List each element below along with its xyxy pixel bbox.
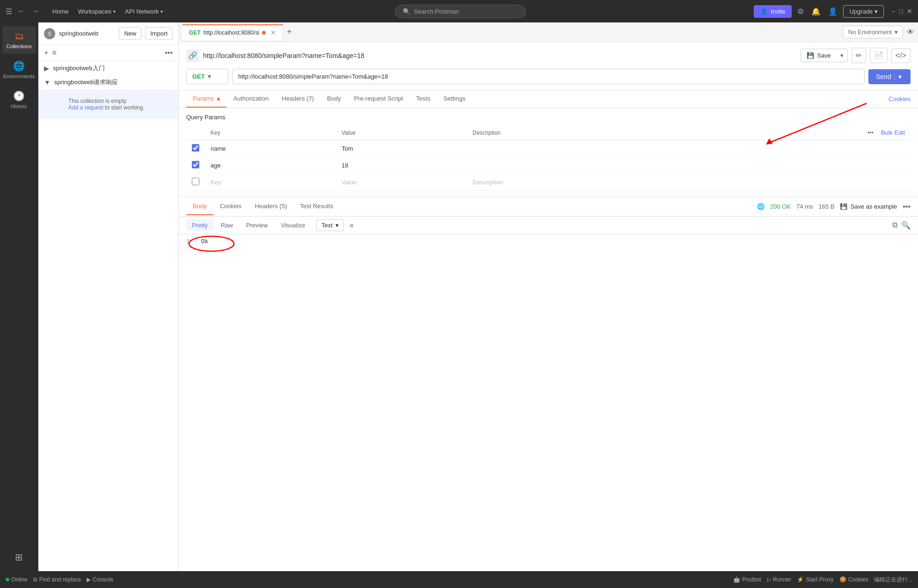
tab-body[interactable]: Body [321, 90, 348, 108]
sidebar-item-environments[interactable]: 🌐 Environments [2, 56, 36, 84]
param-desc-age[interactable] [467, 157, 911, 174]
tab-settings[interactable]: Settings [437, 90, 472, 108]
import-button[interactable]: Import [145, 27, 173, 40]
search-icon[interactable]: 🔍 [901, 221, 911, 230]
param-checkbox-empty[interactable] [192, 178, 199, 185]
copy-icon[interactable]: ⧉ [892, 221, 897, 230]
word-wrap-icon[interactable]: ≡ [350, 222, 353, 229]
more-icon[interactable]: ••• [165, 49, 173, 57]
fmt-tab-pretty[interactable]: Pretty [186, 219, 213, 231]
minimize-button[interactable]: − [891, 7, 895, 15]
save-button-container: 💾 Save ▾ [801, 49, 848, 62]
active-tab[interactable]: GET http://localhost:8080/si ✕ [182, 24, 283, 40]
params-table: Key Value Description ••• Bulk Edit [186, 125, 911, 191]
param-desc-empty[interactable]: Description [467, 174, 911, 191]
settings-icon[interactable]: ⚙ [795, 5, 806, 18]
param-checkbox-age[interactable] [192, 161, 199, 168]
bottom-find-replace[interactable]: ⧉ Find and replace [33, 576, 81, 583]
avatar-icon[interactable]: 👤 [826, 5, 839, 18]
fmt-tab-visualize[interactable]: Visualize [275, 219, 311, 231]
resp-more-icon[interactable]: ••• [903, 203, 911, 211]
filter-icon[interactable]: ≡ [52, 49, 56, 57]
new-button[interactable]: New [119, 27, 141, 40]
empty-collection-text: This collection is empty Add a request t… [53, 92, 160, 116]
bottom-console[interactable]: ▶ Console [87, 576, 113, 583]
save-dropdown-button[interactable]: ▾ [837, 49, 847, 62]
bottom-cookies[interactable]: 🍪 Cookies [839, 576, 868, 583]
invite-button[interactable]: 👤 Invite [754, 5, 792, 18]
menu-workspaces[interactable]: Workspaces ▾ [74, 6, 119, 17]
tab-tests[interactable]: Tests [409, 90, 437, 108]
resp-tab-headers[interactable]: Headers (5) [248, 198, 294, 215]
collection-item-2[interactable]: ▼ springbootweb请求响应 [38, 75, 178, 89]
tab-params[interactable]: Params [186, 90, 226, 108]
param-checkbox-name[interactable] [192, 144, 199, 152]
environment-selector[interactable]: No Environment ▾ [843, 26, 903, 38]
col-desc: Description ••• Bulk Edit [467, 125, 911, 140]
collection-item-1[interactable]: ▶ springbootweb入门 [38, 61, 178, 75]
bottom-postbot[interactable]: 🤖 Postbot [733, 576, 761, 583]
menu-home[interactable]: Home [49, 6, 73, 17]
fmt-tab-preview[interactable]: Preview [240, 219, 273, 231]
forward-button[interactable]: → [30, 5, 41, 17]
bottom-runner[interactable]: ▷ Runner [767, 576, 791, 583]
tab-pre-request[interactable]: Pre-request Script [348, 90, 410, 108]
maximize-button[interactable]: □ [899, 7, 903, 15]
docs-icon-button[interactable]: 📄 [870, 48, 888, 63]
code-icon-button[interactable]: </> [891, 48, 911, 63]
save-example-button[interactable]: 💾 Save as example [840, 203, 897, 210]
send-button[interactable]: Send ▾ [868, 69, 911, 84]
add-request-link[interactable]: Add a request [68, 104, 103, 111]
method-select[interactable]: GET ▾ [186, 69, 228, 84]
online-dot [6, 578, 9, 581]
tab-authorization[interactable]: Authorization [226, 90, 275, 108]
search-icon: 🔍 [403, 8, 410, 15]
resp-tab-body[interactable]: Body [186, 198, 213, 215]
request-title-bar: 🔗 http://localhost:8080/simpleParam?name… [186, 48, 911, 63]
no-environment-label: No Environment [848, 29, 892, 36]
tab-close-button[interactable]: ✕ [270, 29, 276, 36]
resp-tab-test-results[interactable]: Test Results [293, 198, 340, 215]
sidebar-item-apis[interactable]: ⊞ [2, 547, 36, 567]
environment-icon[interactable]: 👁 [907, 28, 914, 36]
text-type-selector[interactable]: Text ▾ [316, 219, 344, 231]
add-icon[interactable]: + [44, 49, 48, 57]
param-desc-name[interactable] [467, 140, 911, 157]
send-dropdown-arrow: ▾ [894, 73, 902, 80]
cookies-link[interactable]: Cookies [889, 91, 911, 107]
param-key-age[interactable]: age [205, 157, 336, 174]
sidebar-item-history[interactable]: 🕐 History [2, 86, 36, 114]
param-value-age[interactable]: 18 [336, 157, 467, 174]
sidebar-toggle[interactable]: ☰ [6, 7, 12, 16]
param-key-name[interactable]: name [205, 140, 336, 157]
url-input[interactable] [232, 69, 865, 84]
proxy-icon: ⚡ [797, 576, 804, 583]
param-key-empty[interactable]: Key [205, 174, 336, 191]
upgrade-button[interactable]: Upgrade ▾ [843, 5, 884, 18]
add-tab-button[interactable]: + [283, 25, 296, 39]
sidebar-bottom: ⊞ [2, 547, 36, 567]
save-button[interactable]: 💾 Save [801, 49, 837, 62]
more-params-icon[interactable]: ••• [867, 130, 874, 136]
param-value-empty[interactable]: Value [336, 174, 467, 191]
param-value-name[interactable]: Tom [336, 140, 467, 157]
find-replace-icon: ⧉ [33, 576, 37, 583]
user-name: springbootweb [59, 30, 99, 37]
close-button[interactable]: ✕ [907, 7, 912, 15]
search-input[interactable]: 🔍 Search Postman [395, 5, 526, 18]
back-button[interactable]: ← [16, 5, 27, 17]
tab-headers[interactable]: Headers (7) [275, 90, 321, 108]
sidebar-item-collections[interactable]: 🗂 Collections [2, 26, 36, 54]
bulk-edit-button[interactable]: Bulk Edit [881, 129, 905, 136]
query-params: Query Params Key Value Description •• [179, 108, 918, 196]
bottom-online-status[interactable]: Online [6, 576, 28, 583]
bell-icon[interactable]: 🔔 [809, 5, 823, 18]
resp-tab-cookies[interactable]: Cookies [213, 198, 248, 215]
edit-icon-button[interactable]: ✏ [852, 48, 866, 63]
collection-sub-item: This collection is empty Add a request t… [38, 89, 178, 119]
fmt-tab-raw[interactable]: Raw [215, 219, 239, 231]
chevron-down-icon: ▼ [44, 79, 51, 86]
bottom-start-proxy[interactable]: ⚡ Start Proxy [797, 576, 833, 583]
menu-api-network[interactable]: API Network ▾ [121, 6, 167, 17]
svg-point-2 [189, 236, 234, 251]
